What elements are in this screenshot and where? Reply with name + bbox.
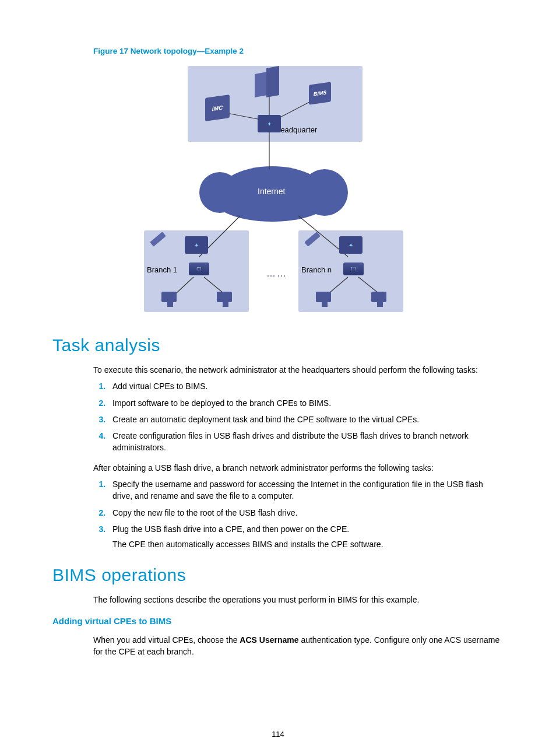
list-item-text: Plug the USB flash drive into a CPE, and… <box>112 524 349 534</box>
list-item: Create an automatic deployment task and … <box>108 414 504 425</box>
list-item: Add virtual CPEs to BIMS. <box>108 380 504 392</box>
hq-router-icon: ✦ <box>258 115 281 132</box>
list-item: Import software to be deployed to the br… <box>108 397 504 409</box>
branch-router-icon: ✦ <box>185 236 208 254</box>
svg-line-9 <box>358 277 379 293</box>
subheading-add-cpes: Adding virtual CPEs to BIMS <box>52 616 504 626</box>
list-item-note: The CPE then automatically accesses BIMS… <box>112 538 504 550</box>
task-list-2: Specify the username and password for ac… <box>93 478 504 550</box>
heading-task-analysis: Task analysis <box>52 335 504 355</box>
figure-caption: Figure 17 Network topology—Example 2 <box>93 47 504 55</box>
document-page: Figure 17 Network topology—Example 2 iMC… <box>0 0 556 756</box>
network-topology-diagram: iMC BIMS ✦ Headquarter Internet ✦ Branch… <box>153 61 403 312</box>
switch-icon: ⬚ <box>343 262 364 275</box>
bims-icon: BIMS <box>309 83 331 103</box>
svg-line-6 <box>176 277 193 293</box>
add-cpes-text: When you add virtual CPEs, choose the AC… <box>93 634 504 658</box>
list-item: Copy the new file to the root of the USB… <box>108 507 504 519</box>
internet-label: Internet <box>258 187 285 196</box>
svg-line-7 <box>204 277 224 293</box>
list-item: Plug the USB flash drive into a CPE, and… <box>108 523 504 551</box>
computer-icon <box>316 292 333 308</box>
usb-icon <box>304 236 321 242</box>
svg-line-8 <box>329 277 348 293</box>
building-icon <box>255 67 284 99</box>
usb-icon <box>150 236 166 242</box>
bims-intro-text: The following sections describe the oper… <box>93 594 504 606</box>
text-pre: When you add virtual CPEs, choose the <box>93 635 240 645</box>
computer-icon <box>371 292 389 308</box>
task-mid-text: After obtaining a USB flash drive, a bra… <box>93 462 504 474</box>
list-item: Specify the username and password for ac… <box>108 478 504 502</box>
switch-icon: ⬚ <box>189 262 209 275</box>
imc-icon: iMC <box>205 96 230 120</box>
computer-icon <box>217 292 234 308</box>
computer-icon <box>161 292 179 308</box>
task-list-1: Add virtual CPEs to BIMS. Import softwar… <box>93 380 504 453</box>
branch-router-icon: ✦ <box>339 236 363 254</box>
page-number: 114 <box>0 730 556 738</box>
list-item: Create configuration files in USB flash … <box>108 430 504 454</box>
text-bold: ACS Username <box>240 635 298 645</box>
heading-bims-operations: BIMS operations <box>52 565 504 585</box>
task-intro-text: To execute this scenario, the network ad… <box>93 364 504 376</box>
